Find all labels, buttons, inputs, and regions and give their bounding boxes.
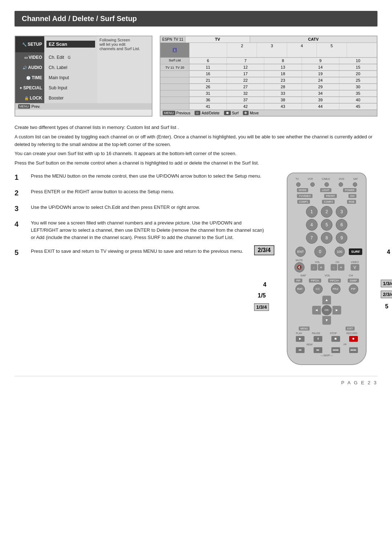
arrow-left[interactable]: ◄ — [312, 306, 321, 315]
num-1[interactable]: 1 — [306, 206, 318, 218]
cable-btn[interactable] — [324, 182, 329, 187]
pipch-minus-btn[interactable]: PIPCH- — [309, 279, 321, 283]
video-icon: ▭ — [24, 56, 28, 60]
main-input-item: Main Input — [46, 74, 95, 81]
sidebar-video: ▭ VIDEO — [15, 52, 44, 62]
catv-header: CATV — [250, 36, 377, 42]
skip-label: —SKIP— — [291, 354, 362, 357]
sidebar-audio: 🔊 AUDIO — [15, 62, 44, 73]
step-3: 3 Use the UP/DOWN arrow to select Ch.Edi… — [15, 204, 265, 213]
callout-234-br-label: 2/3/4 — [381, 291, 392, 298]
channel-grid-footer: MENU Previous ⊙ Add/Delete 🔲 Surf ✤ Move — [160, 110, 377, 116]
page-title: Channel Add / Delete / Surf Setup — [15, 11, 377, 27]
power-btn[interactable]: POWER — [343, 188, 356, 192]
light-btn[interactable]: LIGHT — [320, 188, 331, 192]
num-100[interactable]: 100 — [335, 247, 345, 257]
remote-source-row: TV VCR CABLE DVD SAT — [291, 178, 362, 180]
sidebar-time: 🕐 TIME — [15, 73, 44, 83]
arrow-cross: ▲ ▼ ◄ ► OK — [312, 296, 341, 325]
espn-label: ESPN — [162, 37, 172, 41]
vol-minus[interactable]: - — [311, 264, 317, 271]
front-btn[interactable]: FRONT — [324, 194, 336, 198]
ratio-btn[interactable]: RAT — [295, 284, 305, 294]
desc-para3: You can create your own Surf list with u… — [15, 150, 377, 158]
step-1: 1 Press the MENU button on the remote co… — [15, 173, 265, 182]
num-9[interactable]: 9 — [336, 232, 347, 244]
ent-btn[interactable]: ENT — [295, 247, 306, 257]
sidebar-special: ✦ SPECIAL — [15, 83, 44, 93]
exit-btn[interactable]: EXIT — [346, 327, 355, 331]
pipch-plus-btn[interactable]: PIPCH+ — [328, 279, 341, 283]
sat-btn[interactable] — [353, 182, 357, 187]
special-icon: ✦ — [19, 86, 22, 90]
sidebar-setup: 🔧 SETUP — [15, 36, 44, 52]
step-2: 2 Press ENTER or the RIGHT arrow button … — [15, 188, 265, 197]
num-3[interactable]: 3 — [336, 206, 347, 218]
skip-fwd-btn[interactable]: ⏭⏭ — [349, 347, 358, 353]
num-2[interactable]: 2 — [321, 206, 332, 218]
lock-icon: 🔒 — [24, 96, 29, 100]
number-grid: 1 2 3 4 5 6 7 8 9 — [305, 206, 348, 244]
arrow-center[interactable]: OK — [322, 305, 332, 315]
num-6[interactable]: 6 — [336, 219, 347, 231]
time-icon: 🕐 — [26, 76, 30, 80]
ff-btn[interactable]: ⏭ — [314, 347, 322, 353]
ch-3: 3 — [257, 43, 287, 57]
setup-icon: 🔧 — [22, 42, 26, 46]
step-5: 5 Press EXIT to save and return to TV vi… — [15, 248, 265, 257]
stop-btn[interactable]: ⏹ — [331, 336, 340, 342]
comp2-btn[interactable]: COMP2 — [322, 200, 335, 204]
dvd-btn[interactable] — [339, 182, 343, 187]
comp1-btn[interactable]: COMP1 — [297, 200, 310, 204]
arrow-right[interactable]: ► — [332, 306, 341, 315]
ch-edit-item: Ch. Edit G — [46, 54, 95, 61]
sub-input-item: Sub Input — [46, 85, 95, 91]
menu-btn[interactable]: MENU — [299, 327, 310, 331]
callout-4-right-label: 4 — [387, 249, 390, 255]
surf-btn[interactable]: SURF — [349, 248, 362, 255]
skip-back-btn[interactable]: ⏮⏮ — [331, 347, 340, 353]
menu-btn-icon: MENU — [18, 104, 30, 109]
vol-plus[interactable]: + — [318, 264, 324, 271]
arrow-up[interactable]: ▲ — [322, 296, 331, 304]
ch-4: 4 — [287, 43, 317, 57]
tv-btn[interactable] — [296, 182, 301, 187]
step-4: 4 You will now see a screen filled with … — [15, 219, 265, 241]
cc-btn[interactable]: CC — [313, 284, 323, 294]
channel-grid-panel: ESPN TV 11 TV CATV 1 2 3 4 — [160, 36, 377, 117]
record-btn[interactable]: ⏺ — [349, 336, 358, 342]
description-section: Create two different types of channel li… — [15, 124, 377, 167]
video-btn[interactable]: V — [351, 264, 359, 271]
ch-plus[interactable]: + — [338, 264, 344, 271]
arrow-down[interactable]: ▼ — [322, 316, 331, 325]
callout-5-label: 5 — [385, 303, 388, 310]
channel-preview: 1 — [160, 43, 189, 57]
pause-btn[interactable]: ⏸ — [314, 336, 322, 342]
num-4[interactable]: 4 — [306, 219, 318, 231]
steps-column: 1 Press the MENU button on the remote co… — [15, 173, 265, 365]
pip-input-btn[interactable]: PIP — [349, 284, 358, 294]
mode-btn[interactable]: MODE — [297, 188, 308, 192]
num-5[interactable]: 5 — [321, 219, 332, 231]
vcr-btn[interactable] — [310, 182, 315, 187]
booster-item: Booster — [46, 95, 95, 101]
callout-4-left-label: 4 — [263, 281, 266, 288]
rgb-btn[interactable]: RGB — [347, 200, 356, 204]
mute-btn[interactable]: 🔇 — [294, 262, 305, 272]
num-8[interactable]: 8 — [321, 232, 332, 244]
num-7[interactable]: 7 — [306, 232, 318, 244]
tv11-label: TV 11 — [173, 37, 183, 41]
ch-minus[interactable]: - — [331, 264, 337, 271]
freeze-btn[interactable]: FRZ — [331, 284, 340, 294]
surf-list-label: Surf List — [160, 58, 189, 64]
rew-btn[interactable]: ⏮ — [296, 347, 305, 353]
play-btn[interactable]: ▶ — [296, 336, 305, 342]
pip-btn[interactable]: PIP — [294, 279, 302, 283]
dvi-btn[interactable]: DVI — [348, 194, 356, 198]
swap-btn[interactable]: SWAP — [348, 279, 359, 283]
callout-234-label: 2/3/4 — [254, 245, 274, 255]
desc-para2: A custom list can be created by toggling… — [15, 133, 377, 149]
menu-footer: MENU Prev. — [15, 103, 152, 110]
tvvideo-btn[interactable]: TV/VIDEO — [297, 194, 313, 198]
num-0[interactable]: 0 — [314, 246, 326, 258]
